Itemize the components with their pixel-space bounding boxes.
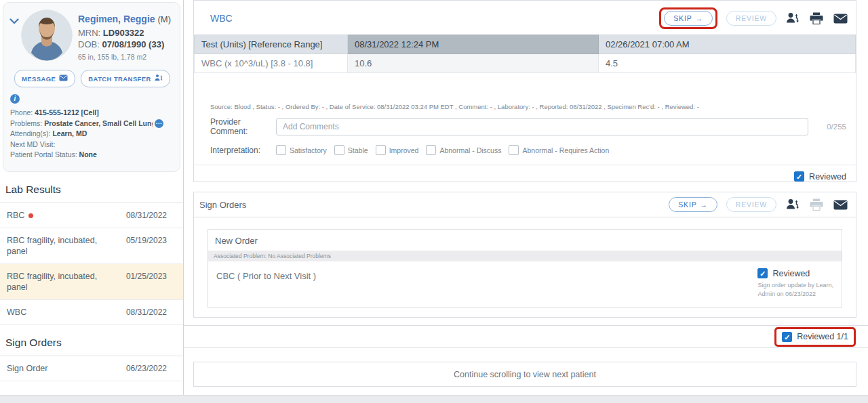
lab-result-name: RBC fragility, incubated, panel xyxy=(7,235,110,257)
next-visit-line: Next MD Visit: xyxy=(10,140,181,150)
arrow-right-icon: → xyxy=(700,200,707,209)
patient-biometrics: 65 in, 155 lb, 1.78 m2 xyxy=(78,51,181,63)
assign-person-icon[interactable] xyxy=(785,197,800,212)
mail-icon[interactable] xyxy=(833,197,848,212)
result-reviewed-label: Reviewed xyxy=(809,172,846,182)
problems-line: Problems: Prostate Cancer, Small Cell Lu… xyxy=(10,119,181,129)
patient-dob-line: DOB: 07/08/1990 (33) xyxy=(78,39,181,50)
problems-more-icon[interactable]: ••• xyxy=(155,119,163,128)
lab-result-date: 08/31/2022 xyxy=(126,307,167,318)
print-icon[interactable] xyxy=(809,11,824,26)
sign-order-name: Sign Order xyxy=(7,363,47,374)
interpretation-option-improved[interactable]: Improved xyxy=(376,145,419,155)
lab-result-item-rbc-fragility-2-selected[interactable]: RBC fragility, incubated, panel 01/25/20… xyxy=(0,264,183,300)
patient-summary-card: Regimen, Reggie (M) MRN: LD903322 DOB: 0… xyxy=(3,2,180,172)
result-prior-value: 4.5 xyxy=(599,54,856,73)
patient-name-line: Regimen, Reggie (M) xyxy=(78,14,181,25)
lab-result-date: 05/19/2023 xyxy=(126,235,167,246)
print-icon-disabled xyxy=(809,197,824,212)
dob-label: DOB: xyxy=(78,39,100,49)
interpretation-option-label: Improved xyxy=(389,146,419,154)
lab-result-name: RBC xyxy=(7,210,24,221)
orders-skip-button-label: SKIP xyxy=(678,200,696,209)
lab-result-date: 08/31/2022 xyxy=(126,210,167,221)
checkbox-icon[interactable] xyxy=(276,145,286,155)
checkbox-icon[interactable] xyxy=(334,145,344,155)
interpretation-option-satisfactory[interactable]: Satisfactory xyxy=(276,145,327,155)
order-reviewed-checkbox[interactable] xyxy=(757,268,768,278)
interpretation-option-stable[interactable]: Stable xyxy=(334,145,368,155)
reviewed-all-checkbox[interactable] xyxy=(782,332,792,342)
lab-result-name: RBC fragility, incubated, panel xyxy=(7,271,110,293)
orders-review-button[interactable]: REVIEW xyxy=(726,197,776,212)
abnormal-flag-icon xyxy=(28,213,33,218)
lab-results-heading: Lab Results xyxy=(0,172,183,203)
sign-order-item[interactable]: Sign Order 06/23/2022 xyxy=(0,356,183,381)
checkbox-icon[interactable] xyxy=(509,145,519,155)
envelope-icon xyxy=(59,75,68,83)
new-order-title: New Order xyxy=(208,230,842,251)
reviewed-summary-strip: Reviewed 1/1 xyxy=(184,325,868,348)
column-header-test[interactable]: Test (Units) [Reference Range] xyxy=(195,35,348,54)
associated-problem-bar: Associated Problem: No Associated Proble… xyxy=(208,251,842,261)
attending-label: Attending(s): xyxy=(10,129,51,137)
interpretation-option-abnormal-requires-action[interactable]: Abnormal - Requires Action xyxy=(509,145,609,155)
mail-icon[interactable] xyxy=(833,11,848,26)
column-header-current-date[interactable]: 08/31/2022 12:24 PM xyxy=(348,35,599,54)
main-content: WBC SKIP → REVIEW xyxy=(184,0,868,403)
batch-transfer-button[interactable]: BATCH TRANSFER xyxy=(81,70,170,87)
assign-person-icon[interactable] xyxy=(785,11,800,26)
orders-skip-button[interactable]: SKIP → xyxy=(669,197,717,212)
interpretation-option-label: Abnormal - Discuss xyxy=(439,146,501,154)
result-reviewed-checkbox[interactable] xyxy=(794,171,804,182)
attending-value: Learn, MD xyxy=(52,129,87,137)
checkbox-icon[interactable] xyxy=(426,145,436,155)
mrn-value: LD903322 xyxy=(103,28,144,38)
sign-orders-panel: Sign Orders SKIP → REVIEW xyxy=(193,192,856,318)
continue-scrolling-message: Continue scrolling to view next patient xyxy=(454,370,596,379)
batch-transfer-button-label: BATCH TRANSFER xyxy=(88,75,151,83)
message-button[interactable]: MESSAGE xyxy=(14,70,75,87)
result-row: WBC (x 10^3/uL) [3.8 - 10.8] 10.6 4.5 xyxy=(195,54,856,73)
column-header-prior-date[interactable]: 02/26/2021 07:00 AM xyxy=(599,35,856,54)
portal-status-line: Patient Portal Status: None xyxy=(10,150,181,161)
dob-value: 07/08/1990 (33) xyxy=(102,39,164,49)
patient-avatar xyxy=(21,9,73,61)
mrn-label: MRN: xyxy=(78,28,100,38)
review-button-label: REVIEW xyxy=(736,14,767,22)
interpretation-option-abnormal-discuss[interactable]: Abnormal - Discuss xyxy=(426,145,501,155)
result-meta-line: Source: Blood , Status: - , Ordered By: … xyxy=(210,103,846,110)
next-visit-label: Next MD Visit: xyxy=(10,140,55,148)
interpretation-label: Interpretation: xyxy=(210,146,276,155)
result-current-value: 10.6 xyxy=(348,54,599,73)
interpretation-option-label: Stable xyxy=(348,146,368,154)
horizontal-scrollbar-track[interactable] xyxy=(0,395,868,403)
patient-name: Regimen, Reggie xyxy=(78,14,155,24)
arrow-right-icon: → xyxy=(695,14,703,22)
sign-orders-heading: Sign Orders xyxy=(0,325,183,356)
result-test-name: WBC (x 10^3/uL) [3.8 - 10.8] xyxy=(195,54,348,73)
chevron-down-icon[interactable] xyxy=(9,15,19,27)
provider-comment-input[interactable] xyxy=(276,118,808,135)
message-button-label: MESSAGE xyxy=(22,75,56,83)
lab-result-item-rbc[interactable]: RBC 08/31/2022 xyxy=(0,203,183,228)
phone-line: Phone: 415-555-1212 [Cell] xyxy=(10,108,181,119)
sign-order-date: 06/23/2022 xyxy=(126,363,167,374)
order-update-note: Sign order update by Learn, Admin on 06/… xyxy=(757,281,833,299)
order-name: CBC ( Prior to Next Visit ) xyxy=(216,268,316,299)
interpretation-option-label: Satisfactory xyxy=(290,146,327,154)
order-reviewed-label: Reviewed xyxy=(772,269,810,278)
portal-value: None xyxy=(79,150,97,158)
lab-result-item-rbc-fragility-1[interactable]: RBC fragility, incubated, panel 05/19/20… xyxy=(0,228,183,264)
sign-orders-panel-title: Sign Orders xyxy=(199,200,246,210)
lab-result-item-wbc[interactable]: WBC 08/31/2022 xyxy=(0,300,183,325)
continue-scrolling-bar: Continue scrolling to view next patient xyxy=(193,362,856,387)
new-order-card: New Order Associated Problem: No Associa… xyxy=(208,229,842,307)
skip-button[interactable]: SKIP → xyxy=(664,11,712,26)
lab-result-date: 01/25/2023 xyxy=(126,271,167,282)
info-icon[interactable]: i xyxy=(10,94,20,104)
review-button[interactable]: REVIEW xyxy=(726,11,776,26)
annotation-box-skip: SKIP → xyxy=(659,7,717,29)
checkbox-icon[interactable] xyxy=(376,145,386,155)
patient-sex: (M) xyxy=(157,14,171,24)
